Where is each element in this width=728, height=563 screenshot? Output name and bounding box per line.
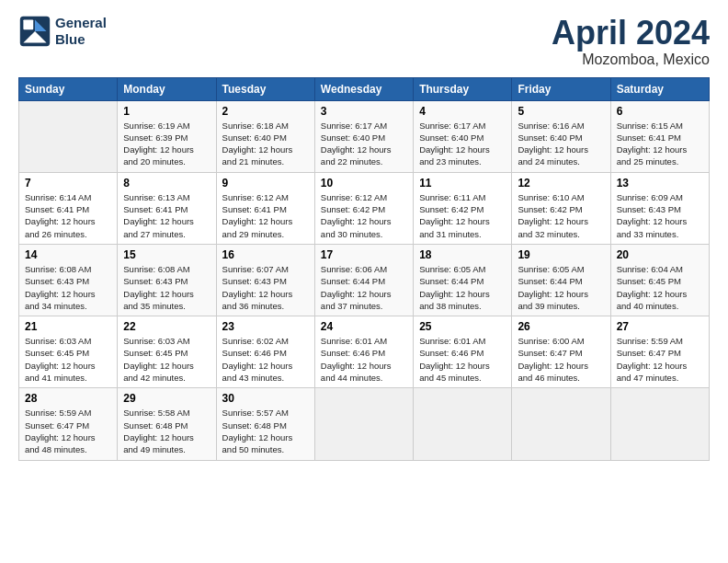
calendar-cell: 11 Sunrise: 6:11 AMSunset: 6:42 PMDaylig… — [414, 172, 512, 244]
day-info: Sunrise: 5:58 AMSunset: 6:48 PMDaylight:… — [123, 407, 210, 455]
day-info: Sunrise: 6:15 AMSunset: 6:41 PMDaylight:… — [617, 120, 703, 168]
day-number: 30 — [222, 392, 309, 405]
col-tuesday: Tuesday — [216, 77, 314, 100]
day-number: 15 — [123, 248, 210, 261]
day-info: Sunrise: 6:08 AMSunset: 6:43 PMDaylight:… — [123, 263, 210, 312]
calendar-cell: 16 Sunrise: 6:07 AMSunset: 6:43 PMDaylig… — [216, 244, 314, 316]
day-number: 25 — [419, 320, 506, 333]
day-info: Sunrise: 6:05 AMSunset: 6:44 PMDaylight:… — [419, 263, 506, 312]
svg-rect-3 — [23, 19, 33, 29]
calendar-week-5: 28 Sunrise: 5:59 AMSunset: 6:47 PMDaylig… — [19, 388, 710, 460]
col-saturday: Saturday — [610, 77, 709, 100]
logo: General Blue — [18, 15, 107, 48]
day-info: Sunrise: 5:59 AMSunset: 6:47 PMDaylight:… — [25, 407, 111, 455]
day-number: 18 — [419, 248, 506, 261]
day-number: 12 — [518, 177, 604, 190]
day-info: Sunrise: 6:04 AMSunset: 6:45 PMDaylight:… — [617, 263, 703, 312]
location-title: Mozomboa, Mexico — [552, 52, 710, 68]
day-info: Sunrise: 6:16 AMSunset: 6:40 PMDaylight:… — [518, 120, 604, 168]
day-info: Sunrise: 6:05 AMSunset: 6:44 PMDaylight:… — [518, 263, 604, 312]
day-number: 26 — [518, 320, 604, 333]
calendar-cell: 27 Sunrise: 5:59 AMSunset: 6:47 PMDaylig… — [610, 316, 709, 388]
calendar-cell: 21 Sunrise: 6:03 AMSunset: 6:45 PMDaylig… — [19, 316, 118, 388]
day-info: Sunrise: 6:13 AMSunset: 6:41 PMDaylight:… — [123, 191, 210, 240]
day-info: Sunrise: 6:09 AMSunset: 6:43 PMDaylight:… — [617, 191, 703, 240]
calendar-cell: 13 Sunrise: 6:09 AMSunset: 6:43 PMDaylig… — [610, 172, 709, 244]
day-info: Sunrise: 5:59 AMSunset: 6:47 PMDaylight:… — [617, 335, 703, 384]
day-info: Sunrise: 6:01 AMSunset: 6:46 PMDaylight:… — [321, 335, 407, 384]
day-info: Sunrise: 6:10 AMSunset: 6:42 PMDaylight:… — [518, 191, 604, 240]
day-number: 14 — [25, 248, 111, 261]
day-number: 7 — [25, 177, 111, 190]
day-number: 4 — [419, 105, 506, 118]
calendar-cell: 29 Sunrise: 5:58 AMSunset: 6:48 PMDaylig… — [118, 388, 216, 460]
day-info: Sunrise: 6:08 AMSunset: 6:43 PMDaylight:… — [25, 263, 111, 312]
calendar-week-2: 7 Sunrise: 6:14 AMSunset: 6:41 PMDayligh… — [19, 172, 710, 244]
calendar-cell: 22 Sunrise: 6:03 AMSunset: 6:45 PMDaylig… — [118, 316, 216, 388]
calendar-cell — [512, 388, 610, 460]
col-thursday: Thursday — [414, 77, 512, 100]
calendar-cell — [314, 388, 413, 460]
day-number: 24 — [321, 320, 407, 333]
calendar-cell: 4 Sunrise: 6:17 AMSunset: 6:40 PMDayligh… — [414, 100, 512, 172]
logo-text: General Blue — [55, 15, 107, 48]
calendar-cell: 3 Sunrise: 6:17 AMSunset: 6:40 PMDayligh… — [314, 100, 413, 172]
col-friday: Friday — [512, 77, 610, 100]
day-number: 13 — [617, 177, 703, 190]
calendar-cell: 5 Sunrise: 6:16 AMSunset: 6:40 PMDayligh… — [512, 100, 610, 172]
month-title: April 2024 — [552, 15, 710, 52]
col-sunday: Sunday — [19, 77, 118, 100]
day-info: Sunrise: 6:03 AMSunset: 6:45 PMDaylight:… — [25, 335, 111, 384]
calendar-week-3: 14 Sunrise: 6:08 AMSunset: 6:43 PMDaylig… — [19, 244, 710, 316]
calendar-cell: 26 Sunrise: 6:00 AMSunset: 6:47 PMDaylig… — [512, 316, 610, 388]
calendar-cell — [610, 388, 709, 460]
calendar-cell — [19, 100, 118, 172]
calendar-cell: 19 Sunrise: 6:05 AMSunset: 6:44 PMDaylig… — [512, 244, 610, 316]
calendar-cell: 9 Sunrise: 6:12 AMSunset: 6:41 PMDayligh… — [216, 172, 314, 244]
day-info: Sunrise: 6:17 AMSunset: 6:40 PMDaylight:… — [419, 120, 506, 168]
day-number: 23 — [222, 320, 309, 333]
day-info: Sunrise: 6:07 AMSunset: 6:43 PMDaylight:… — [222, 263, 309, 312]
calendar-cell: 10 Sunrise: 6:12 AMSunset: 6:42 PMDaylig… — [314, 172, 413, 244]
day-number: 5 — [518, 105, 604, 118]
day-info: Sunrise: 6:00 AMSunset: 6:47 PMDaylight:… — [518, 335, 604, 384]
calendar-cell: 14 Sunrise: 6:08 AMSunset: 6:43 PMDaylig… — [19, 244, 118, 316]
title-block: April 2024 Mozomboa, Mexico — [552, 15, 710, 68]
calendar-cell: 8 Sunrise: 6:13 AMSunset: 6:41 PMDayligh… — [118, 172, 216, 244]
day-info: Sunrise: 6:12 AMSunset: 6:41 PMDaylight:… — [222, 191, 309, 240]
calendar-cell: 12 Sunrise: 6:10 AMSunset: 6:42 PMDaylig… — [512, 172, 610, 244]
day-number: 16 — [222, 248, 309, 261]
day-number: 9 — [222, 177, 309, 190]
page: General Blue April 2024 Mozomboa, Mexico… — [0, 0, 728, 470]
calendar-cell: 28 Sunrise: 5:59 AMSunset: 6:47 PMDaylig… — [19, 388, 118, 460]
day-info: Sunrise: 6:01 AMSunset: 6:46 PMDaylight:… — [419, 335, 506, 384]
calendar-cell: 30 Sunrise: 5:57 AMSunset: 6:48 PMDaylig… — [216, 388, 314, 460]
calendar-cell: 17 Sunrise: 6:06 AMSunset: 6:44 PMDaylig… — [314, 244, 413, 316]
day-info: Sunrise: 6:12 AMSunset: 6:42 PMDaylight:… — [321, 191, 407, 240]
calendar-cell: 6 Sunrise: 6:15 AMSunset: 6:41 PMDayligh… — [610, 100, 709, 172]
calendar-cell: 15 Sunrise: 6:08 AMSunset: 6:43 PMDaylig… — [118, 244, 216, 316]
day-number: 6 — [617, 105, 703, 118]
calendar-week-4: 21 Sunrise: 6:03 AMSunset: 6:45 PMDaylig… — [19, 316, 710, 388]
calendar-cell: 1 Sunrise: 6:19 AMSunset: 6:39 PMDayligh… — [118, 100, 216, 172]
day-info: Sunrise: 6:18 AMSunset: 6:40 PMDaylight:… — [222, 120, 309, 168]
calendar-week-1: 1 Sunrise: 6:19 AMSunset: 6:39 PMDayligh… — [19, 100, 710, 172]
day-info: Sunrise: 6:17 AMSunset: 6:40 PMDaylight:… — [321, 120, 407, 168]
day-number: 3 — [321, 105, 407, 118]
day-number: 21 — [25, 320, 111, 333]
calendar-cell: 7 Sunrise: 6:14 AMSunset: 6:41 PMDayligh… — [19, 172, 118, 244]
day-number: 19 — [518, 248, 604, 261]
day-info: Sunrise: 5:57 AMSunset: 6:48 PMDaylight:… — [222, 407, 309, 455]
day-info: Sunrise: 6:06 AMSunset: 6:44 PMDaylight:… — [321, 263, 407, 312]
day-info: Sunrise: 6:11 AMSunset: 6:42 PMDaylight:… — [419, 191, 506, 240]
col-wednesday: Wednesday — [314, 77, 413, 100]
calendar-cell: 20 Sunrise: 6:04 AMSunset: 6:45 PMDaylig… — [610, 244, 709, 316]
calendar-cell: 18 Sunrise: 6:05 AMSunset: 6:44 PMDaylig… — [414, 244, 512, 316]
day-number: 8 — [123, 177, 210, 190]
calendar-cell — [414, 388, 512, 460]
calendar-table: Sunday Monday Tuesday Wednesday Thursday… — [18, 77, 710, 461]
calendar-cell: 2 Sunrise: 6:18 AMSunset: 6:40 PMDayligh… — [216, 100, 314, 172]
day-number: 27 — [617, 320, 703, 333]
day-number: 11 — [419, 177, 506, 190]
header: General Blue April 2024 Mozomboa, Mexico — [18, 15, 710, 68]
